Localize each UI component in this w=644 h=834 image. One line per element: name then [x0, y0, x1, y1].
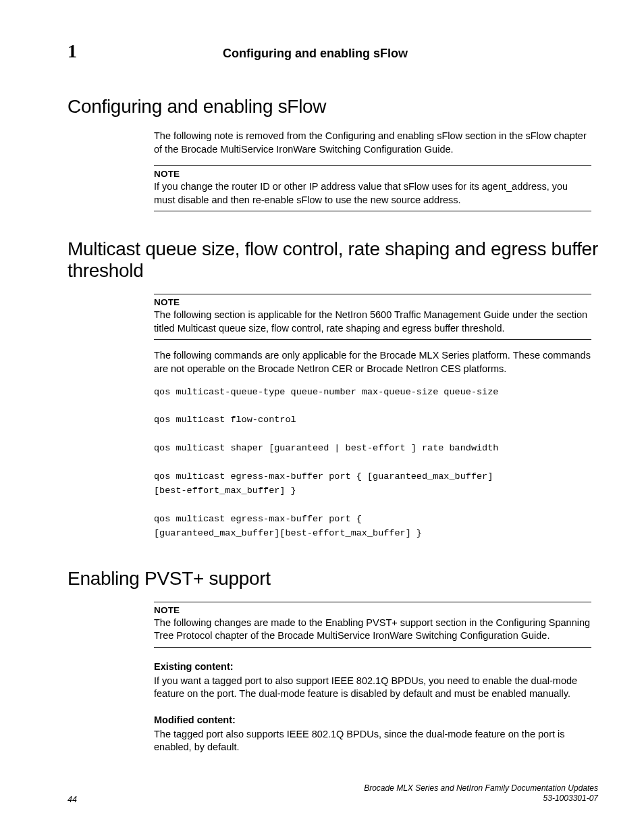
footer-page-number: 44 — [68, 795, 77, 804]
page-container: 1 Configuring and enabling sFlow Configu… — [0, 0, 644, 834]
footer-doc-info: Brocade MLX Series and NetIron Family Do… — [364, 783, 598, 804]
note-block-sflow: NOTE If you change the router ID or othe… — [154, 165, 591, 211]
note-label: NOTE — [154, 297, 591, 307]
modified-content-label: Modified content: — [154, 714, 591, 725]
modified-content-body: The tagged port also supports IEEE 802.1… — [154, 728, 591, 754]
note-body: If you change the router ID or other IP … — [154, 180, 591, 207]
running-header-title: Configuring and enabling sFlow — [223, 47, 598, 61]
section-body-sflow: The following note is removed from the C… — [154, 130, 591, 211]
note-label: NOTE — [154, 605, 591, 615]
note-block-multicast: NOTE The following section is applicable… — [154, 294, 591, 340]
existing-content-label: Existing content: — [154, 661, 591, 672]
section-title-sflow: Configuring and enabling sFlow — [68, 96, 598, 118]
code-block-multicast: qos multicast-queue-type queue-number ma… — [154, 386, 591, 541]
note-block-pvst: NOTE The following changes are made to t… — [154, 602, 591, 648]
footer-doc-id: 53-1003301-07 — [364, 793, 598, 804]
multicast-paragraph: The following commands are only applicab… — [154, 349, 591, 375]
section-body-multicast: NOTE The following section is applicable… — [154, 294, 591, 540]
note-body: The following changes are made to the En… — [154, 617, 591, 643]
page-header: 1 Configuring and enabling sFlow — [68, 41, 598, 62]
section-title-multicast: Multicast queue size, flow control, rate… — [68, 238, 598, 282]
sflow-intro-paragraph: The following note is removed from the C… — [154, 130, 591, 156]
chapter-number: 1 — [68, 41, 223, 62]
footer-doc-title: Brocade MLX Series and NetIron Family Do… — [364, 783, 598, 794]
section-body-pvst: NOTE The following changes are made to t… — [154, 602, 591, 754]
section-title-pvst: Enabling PVST+ support — [68, 568, 598, 590]
note-body: The following section is applicable for … — [154, 309, 591, 335]
note-label: NOTE — [154, 169, 591, 179]
existing-content-body: If you want a tagged port to also suppor… — [154, 675, 591, 701]
page-footer: 44 Brocade MLX Series and NetIron Family… — [68, 783, 598, 804]
